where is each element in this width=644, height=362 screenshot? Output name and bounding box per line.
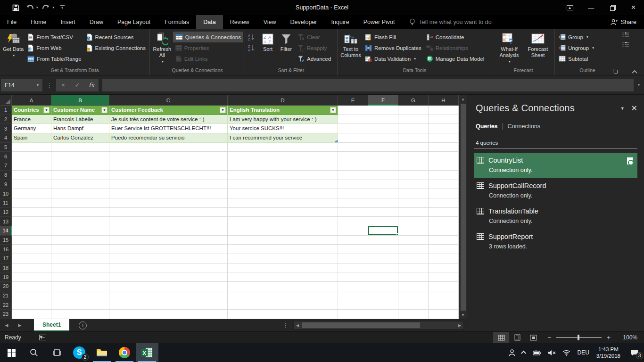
cell-B4[interactable]: Carlos González xyxy=(51,133,109,143)
tab-draw[interactable]: Draw xyxy=(83,15,110,29)
row-header-7[interactable]: 7 xyxy=(0,161,12,171)
cell-G22[interactable] xyxy=(398,300,429,310)
row-header-23[interactable]: 23 xyxy=(0,310,12,319)
cell-H18[interactable] xyxy=(429,263,459,273)
cell-A11[interactable] xyxy=(12,198,51,208)
cell-H9[interactable] xyxy=(429,180,459,189)
restore-button[interactable] xyxy=(602,0,623,15)
cell-B21[interactable] xyxy=(51,291,109,301)
skype-button[interactable]: S 2 xyxy=(68,343,91,362)
cell-A18[interactable] xyxy=(12,263,51,273)
tab-power-pivot[interactable]: Power Pivot xyxy=(356,15,402,29)
cell-E10[interactable] xyxy=(338,189,368,198)
cell-D11[interactable] xyxy=(228,198,338,208)
from-table-range-button[interactable]: From Table/Range xyxy=(25,53,83,64)
scroll-up-icon[interactable]: ▲ xyxy=(459,95,467,103)
tab-inquire[interactable]: Inquire xyxy=(324,15,356,29)
row-header-19[interactable]: 19 xyxy=(0,272,12,282)
row-header-1[interactable]: 1 xyxy=(0,106,12,115)
undo-dropdown-icon[interactable]: ▾ xyxy=(36,6,38,9)
cell-B20[interactable] xyxy=(51,282,109,291)
sort-descending-button[interactable]: ZA xyxy=(247,42,259,53)
cell-E14[interactable] xyxy=(338,226,368,236)
cell-D1[interactable]: English Translation▼ xyxy=(228,106,338,115)
column-header-A[interactable]: A xyxy=(12,95,51,106)
tab-formulas[interactable]: Formulas xyxy=(157,15,196,29)
cell-F20[interactable] xyxy=(368,282,398,291)
cell-D8[interactable] xyxy=(228,171,338,180)
cell-H23[interactable] xyxy=(429,310,459,319)
cell-B7[interactable] xyxy=(51,161,109,171)
ungroup-button[interactable]: Ungroup▾ xyxy=(556,42,596,53)
cell-D15[interactable] xyxy=(228,236,338,245)
row-header-8[interactable]: 8 xyxy=(0,171,12,180)
tell-me-box[interactable]: Tell me what you want to do xyxy=(409,15,491,29)
tab-home[interactable]: Home xyxy=(24,15,53,29)
chrome-button[interactable] xyxy=(113,343,136,362)
confirm-entry-button[interactable]: ✓ xyxy=(70,82,84,89)
cell-A20[interactable] xyxy=(12,282,51,291)
row-header-16[interactable]: 16 xyxy=(0,245,12,254)
cell-D16[interactable] xyxy=(228,245,338,254)
cell-A3[interactable]: Germany xyxy=(12,124,51,133)
cell-C10[interactable] xyxy=(109,189,228,198)
cell-D22[interactable] xyxy=(228,300,338,310)
column-header-F[interactable]: F xyxy=(368,95,398,106)
cell-C12[interactable] xyxy=(109,208,228,217)
query-item-SupportReport[interactable]: SupportReport3 rows loaded. xyxy=(467,229,644,255)
sheet-tab[interactable]: Sheet1 xyxy=(34,319,69,331)
cell-G9[interactable] xyxy=(398,180,429,189)
outline-dialog-launcher[interactable] xyxy=(612,68,618,74)
tab-file[interactable]: File xyxy=(0,15,24,29)
pane-dropdown-icon[interactable]: ▼ xyxy=(614,106,631,111)
new-sheet-button[interactable]: + xyxy=(79,321,87,329)
cell-B9[interactable] xyxy=(51,180,109,189)
select-all-corner[interactable] xyxy=(0,95,12,106)
cell-H19[interactable] xyxy=(429,272,459,282)
cell-D19[interactable] xyxy=(228,272,338,282)
cell-E18[interactable] xyxy=(338,263,368,273)
filter-dropdown-button[interactable]: ▼ xyxy=(101,107,107,113)
cell-E23[interactable] xyxy=(338,310,368,319)
redo-button[interactable] xyxy=(40,2,52,13)
cell-G2[interactable] xyxy=(398,115,429,124)
cell-C7[interactable] xyxy=(109,161,228,171)
cell-F21[interactable] xyxy=(368,291,398,301)
cell-C3[interactable]: Euer Service ist GROTTENSCHLECHT!!! xyxy=(109,124,228,133)
cell-G7[interactable] xyxy=(398,161,429,171)
cell-G16[interactable] xyxy=(398,245,429,254)
cell-G1[interactable] xyxy=(398,106,429,115)
cell-D18[interactable] xyxy=(228,263,338,273)
row-header-3[interactable]: 3 xyxy=(0,124,12,133)
cell-C4[interactable]: Puedo recomendar su servicio xyxy=(109,133,228,143)
cell-F15[interactable] xyxy=(368,236,398,245)
cell-E8[interactable] xyxy=(338,171,368,180)
cell-H7[interactable] xyxy=(429,161,459,171)
cell-C6[interactable] xyxy=(109,152,228,161)
cell-B2[interactable]: Francois Labelle xyxy=(51,115,109,124)
column-header-D[interactable]: D xyxy=(228,95,338,106)
volume-button[interactable] xyxy=(545,343,559,362)
cell-E4[interactable] xyxy=(338,133,368,143)
edit-links-button[interactable]: Edit Links xyxy=(173,53,243,64)
row-header-12[interactable]: 12 xyxy=(0,208,12,217)
cell-H6[interactable] xyxy=(429,152,459,161)
cell-G17[interactable] xyxy=(398,254,429,263)
get-data-button[interactable]: Get Data▾ xyxy=(1,31,25,58)
flash-fill-button[interactable]: Flash Fill xyxy=(363,32,424,42)
cell-E13[interactable] xyxy=(338,217,368,226)
vertical-scroll-thumb[interactable] xyxy=(461,104,466,311)
cell-A1[interactable]: Countries▼ xyxy=(12,106,51,115)
zoom-level[interactable]: 100% xyxy=(617,334,637,341)
cell-C1[interactable]: Customer Feedback▼ xyxy=(109,106,228,115)
cell-F9[interactable] xyxy=(368,180,398,189)
redo-dropdown-icon[interactable]: ▾ xyxy=(53,6,55,9)
cell-A9[interactable] xyxy=(12,180,51,189)
cell-A16[interactable] xyxy=(12,245,51,254)
cell-D7[interactable] xyxy=(228,161,338,171)
formula-input[interactable] xyxy=(102,79,634,91)
tab-review[interactable]: Review xyxy=(223,15,256,29)
pane-close-icon[interactable]: ✕ xyxy=(631,104,637,113)
battery-button[interactable] xyxy=(529,343,545,362)
show-hidden-icons-button[interactable] xyxy=(519,343,529,362)
